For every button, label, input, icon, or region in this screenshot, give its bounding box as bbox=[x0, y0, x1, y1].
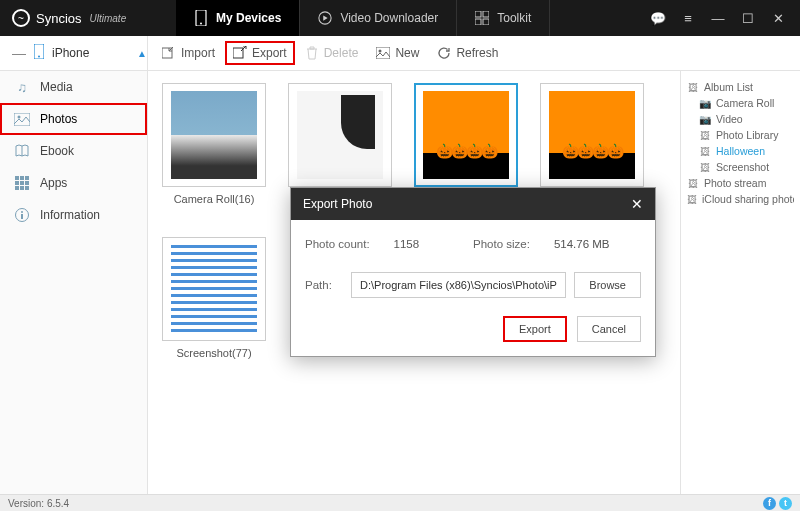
sidebar-item-label: Photos bbox=[40, 112, 77, 126]
rp-video[interactable]: 📷Video bbox=[687, 111, 794, 127]
rp-label: Halloween bbox=[716, 145, 765, 157]
dialog-cancel-button[interactable]: Cancel bbox=[577, 316, 641, 342]
sidebar-item-label: Apps bbox=[40, 176, 67, 190]
thumb-frame bbox=[414, 83, 518, 187]
sidebar-item-label: Media bbox=[40, 80, 73, 94]
sidebar-item-information[interactable]: Information bbox=[0, 199, 147, 231]
album-screenshot[interactable]: Screenshot(77) bbox=[162, 237, 266, 359]
tab-toolkit[interactable]: Toolkit bbox=[457, 0, 550, 36]
dialog-export-button[interactable]: Export bbox=[503, 316, 567, 342]
image-icon: 🖼 bbox=[687, 177, 699, 189]
rp-label: iCloud sharing photo bbox=[702, 193, 794, 205]
statusbar: Version: 6.5.4 f t bbox=[0, 494, 800, 511]
photo-count-label: Photo count: bbox=[305, 238, 370, 250]
titlebar: ~ Syncios Ultimate My Devices Video Down… bbox=[0, 0, 800, 36]
svg-rect-5 bbox=[475, 19, 481, 25]
dialog-title: Export Photo bbox=[303, 197, 372, 211]
rp-camera-roll[interactable]: 📷Camera Roll bbox=[687, 95, 794, 111]
photos-icon bbox=[14, 111, 30, 127]
facebook-icon[interactable]: f bbox=[763, 497, 776, 510]
rp-label: Photo Library bbox=[716, 129, 778, 141]
svg-rect-20 bbox=[25, 181, 29, 185]
content-area: Camera Roll(16) Video(1) Photo Library(1… bbox=[148, 71, 680, 494]
path-input[interactable] bbox=[351, 272, 566, 298]
image-icon: 🖼 bbox=[687, 81, 699, 93]
rp-halloween[interactable]: 🖼Halloween bbox=[687, 143, 794, 159]
rp-icloud-sharing[interactable]: 🖼iCloud sharing photo bbox=[687, 191, 794, 207]
path-label: Path: bbox=[305, 279, 343, 291]
tab-label: Video Downloader bbox=[340, 11, 438, 25]
new-button[interactable]: New bbox=[368, 41, 427, 65]
export-icon bbox=[233, 46, 247, 60]
image-icon: 🖼 bbox=[699, 161, 711, 173]
browse-button[interactable]: Browse bbox=[574, 272, 641, 298]
rp-label: Photo stream bbox=[704, 177, 766, 189]
sidebar: ♫ Media Photos Ebook Apps Information bbox=[0, 71, 148, 494]
syncios-logo-icon: ~ bbox=[12, 9, 30, 27]
thumb-frame bbox=[162, 237, 266, 341]
app-logo: ~ Syncios Ultimate bbox=[0, 9, 176, 27]
social-links: f t bbox=[763, 497, 792, 510]
export-photo-dialog: Export Photo ✕ Photo count: 1158 Photo s… bbox=[290, 187, 656, 357]
album-camera-roll[interactable]: Camera Roll(16) bbox=[162, 83, 266, 205]
svg-rect-4 bbox=[483, 11, 489, 17]
rp-screenshot[interactable]: 🖼Screenshot bbox=[687, 159, 794, 175]
tab-label: Toolkit bbox=[497, 11, 531, 25]
sidebar-item-label: Ebook bbox=[40, 144, 74, 158]
thumb-label: Screenshot(77) bbox=[176, 347, 251, 359]
rp-photo-library[interactable]: 🖼Photo Library bbox=[687, 127, 794, 143]
photo-count-value: 1158 bbox=[394, 238, 420, 250]
device-selector[interactable]: — iPhone ▲ bbox=[0, 36, 148, 70]
phone-icon bbox=[194, 11, 208, 25]
menu-icon[interactable]: ≡ bbox=[680, 10, 696, 26]
dialog-close-button[interactable]: ✕ bbox=[631, 196, 643, 212]
sidebar-item-apps[interactable]: Apps bbox=[0, 167, 147, 199]
tab-my-devices[interactable]: My Devices bbox=[176, 0, 300, 36]
message-icon[interactable]: 💬 bbox=[650, 10, 666, 26]
export-button[interactable]: Export bbox=[225, 41, 295, 65]
main-nav: My Devices Video Downloader Toolkit bbox=[176, 0, 550, 36]
sidebar-item-media[interactable]: ♫ Media bbox=[0, 71, 147, 103]
svg-rect-17 bbox=[25, 176, 29, 180]
rp-photo-stream[interactable]: 🖼Photo stream bbox=[687, 175, 794, 191]
grid-icon bbox=[475, 11, 489, 25]
thumb-image bbox=[423, 91, 509, 179]
rp-album-list[interactable]: 🖼Album List bbox=[687, 79, 794, 95]
svg-rect-15 bbox=[15, 176, 19, 180]
button-label: Export bbox=[252, 46, 287, 60]
rp-label: Screenshot bbox=[716, 161, 769, 173]
thumb-image bbox=[297, 91, 383, 179]
body: ♫ Media Photos Ebook Apps Information bbox=[0, 71, 800, 494]
book-icon bbox=[14, 143, 30, 159]
toolbar: Import Export Delete New Refresh bbox=[148, 36, 506, 70]
svg-rect-18 bbox=[15, 181, 19, 185]
button-label: New bbox=[395, 46, 419, 60]
delete-button[interactable]: Delete bbox=[297, 41, 367, 65]
maximize-icon[interactable]: ☐ bbox=[740, 10, 756, 26]
svg-rect-21 bbox=[15, 186, 19, 190]
window-controls: 💬 ≡ — ☐ ✕ bbox=[650, 10, 800, 26]
refresh-button[interactable]: Refresh bbox=[429, 41, 506, 65]
svg-point-12 bbox=[379, 50, 382, 53]
svg-rect-6 bbox=[483, 19, 489, 25]
dialog-actions: Export Cancel bbox=[305, 316, 641, 342]
import-button[interactable]: Import bbox=[154, 41, 223, 65]
sidebar-item-photos[interactable]: Photos bbox=[0, 103, 147, 135]
info-icon bbox=[14, 207, 30, 223]
close-icon[interactable]: ✕ bbox=[770, 10, 786, 26]
svg-rect-10 bbox=[233, 48, 243, 58]
thumb-label: Camera Roll(16) bbox=[174, 193, 255, 205]
minus-icon: — bbox=[12, 45, 26, 61]
minimize-icon[interactable]: — bbox=[710, 10, 726, 26]
dialog-body: Photo count: 1158 Photo size: 514.76 MB … bbox=[291, 220, 655, 356]
trash-icon bbox=[305, 46, 319, 60]
twitter-icon[interactable]: t bbox=[779, 497, 792, 510]
svg-rect-22 bbox=[20, 186, 24, 190]
tab-video-downloader[interactable]: Video Downloader bbox=[300, 0, 457, 36]
svg-rect-23 bbox=[25, 186, 29, 190]
sidebar-item-ebook[interactable]: Ebook bbox=[0, 135, 147, 167]
import-icon bbox=[162, 46, 176, 60]
svg-rect-26 bbox=[21, 214, 23, 219]
svg-point-1 bbox=[200, 23, 202, 25]
dialog-header: Export Photo ✕ bbox=[291, 188, 655, 220]
